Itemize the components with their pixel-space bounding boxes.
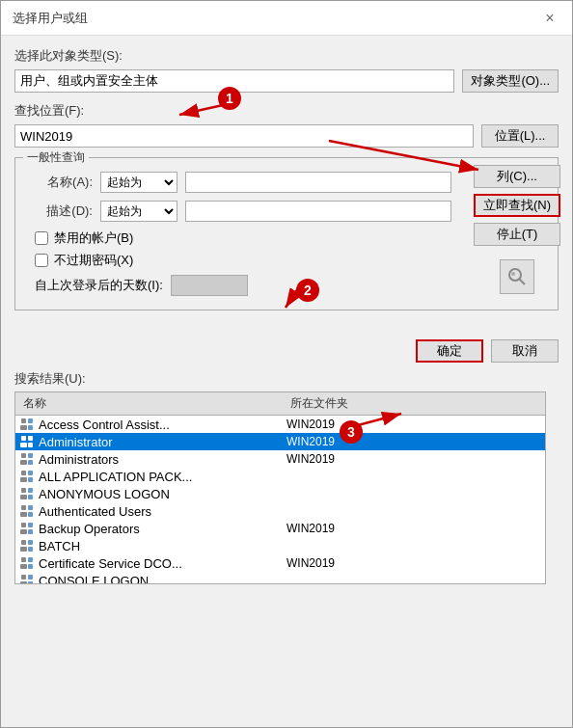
- no-expire-checkbox[interactable]: [35, 254, 48, 267]
- svg-rect-3: [21, 418, 26, 423]
- svg-point-0: [509, 269, 521, 281]
- search-now-button[interactable]: 立即查找(N): [474, 194, 560, 217]
- row-folder: WIN2019: [283, 434, 554, 449]
- row-name-with-icon: BATCH: [19, 538, 283, 553]
- stop-button[interactable]: 停止(T): [474, 223, 560, 246]
- svg-rect-9: [28, 436, 33, 441]
- svg-rect-13: [28, 453, 33, 458]
- table-row[interactable]: AdministratorWIN2019: [15, 433, 558, 450]
- group-box-title: 一般性查询: [23, 149, 89, 166]
- row-name-with-icon: Authenticated Users: [19, 503, 283, 519]
- disabled-checkbox-row: 禁用的帐户(B): [35, 229, 548, 247]
- svg-rect-5: [28, 418, 33, 423]
- bottom-buttons: 确定 取消: [1, 332, 572, 370]
- user-icon: [19, 555, 35, 571]
- location-button[interactable]: 位置(L)...: [481, 124, 559, 148]
- no-expire-label: 不过期密码(X): [54, 252, 133, 269]
- user-icon: [19, 451, 35, 467]
- desc-row: 描述(D): 起始为: [25, 201, 548, 222]
- svg-rect-18: [28, 477, 33, 482]
- row-folder: [283, 580, 554, 581]
- desc-combo-container: 起始为: [100, 201, 177, 222]
- list-button[interactable]: 列(C)...: [474, 165, 560, 188]
- svg-rect-4: [20, 425, 27, 430]
- svg-rect-38: [28, 564, 33, 569]
- table-row[interactable]: Access Control Assist...WIN2019: [15, 416, 558, 433]
- row-folder: [283, 545, 554, 547]
- svg-rect-35: [21, 557, 26, 562]
- svg-rect-7: [21, 436, 26, 441]
- row-name-with-icon: ALL APPLICATION PACK...: [19, 469, 283, 484]
- svg-rect-32: [20, 547, 27, 552]
- days-row: 自上次登录后的天数(I):: [35, 275, 548, 296]
- user-icon: [19, 417, 35, 432]
- col-folder-header: 所在文件夹: [286, 394, 554, 413]
- user-icon: [19, 469, 35, 484]
- table-row[interactable]: ALL APPLICATION PACK...: [15, 468, 558, 485]
- results-label: 搜索结果(U):: [14, 370, 559, 388]
- table-row[interactable]: CONSOLE LOGON: [15, 572, 558, 584]
- disabled-checkbox[interactable]: [35, 231, 48, 245]
- results-section: 搜索结果(U): 名称 所在文件夹 Access Control Assist.…: [14, 370, 559, 584]
- svg-rect-8: [20, 443, 27, 447]
- object-type-input[interactable]: [14, 69, 454, 93]
- desc-combo[interactable]: 起始为: [100, 201, 177, 222]
- svg-rect-31: [21, 540, 26, 545]
- close-button[interactable]: ×: [539, 8, 560, 29]
- name-row: 名称(A): 起始为: [25, 172, 548, 193]
- svg-rect-11: [21, 453, 26, 458]
- table-row[interactable]: Certificate Service DCO...WIN2019: [15, 554, 558, 572]
- right-buttons: 列(C)... 立即查找(N) 停止(T): [474, 165, 560, 294]
- location-input[interactable]: [14, 124, 474, 148]
- user-icon: [19, 503, 35, 519]
- ok-button[interactable]: 确定: [416, 339, 483, 363]
- no-expire-checkbox-row: 不过期密码(X): [35, 252, 548, 269]
- user-icon: [19, 521, 35, 536]
- svg-rect-21: [28, 488, 33, 493]
- svg-rect-19: [21, 488, 26, 493]
- svg-rect-34: [28, 547, 33, 552]
- name-combo[interactable]: 起始为: [100, 172, 177, 193]
- scrollbar[interactable]: [545, 391, 559, 584]
- disabled-label: 禁用的帐户(B): [54, 229, 133, 247]
- location-row: 位置(L)...: [14, 124, 559, 148]
- table-row[interactable]: Backup OperatorsWIN2019: [15, 520, 558, 537]
- desc-label: 描述(D):: [25, 202, 93, 220]
- days-input[interactable]: [171, 275, 248, 296]
- table-row[interactable]: ANONYMOUS LOGON: [15, 485, 558, 502]
- svg-rect-16: [20, 477, 27, 482]
- svg-rect-29: [28, 523, 33, 527]
- col-name-header: 名称: [19, 394, 286, 413]
- svg-rect-15: [21, 471, 26, 475]
- svg-rect-12: [20, 460, 27, 465]
- name-input[interactable]: [185, 172, 451, 193]
- user-icon: [19, 573, 35, 584]
- svg-rect-17: [28, 471, 33, 475]
- object-type-button[interactable]: 对象类型(O)...: [462, 69, 559, 93]
- main-dialog: 选择用户或组 × 选择此对象类型(S): 对象类型(O)... 查找位置(F):…: [0, 0, 573, 728]
- cancel-button[interactable]: 取消: [491, 339, 559, 363]
- svg-rect-37: [28, 557, 33, 562]
- desc-input[interactable]: [185, 201, 451, 222]
- table-row[interactable]: AdministratorsWIN2019: [15, 450, 558, 468]
- results-table: 名称 所在文件夹 Access Control Assist...WIN2019…: [14, 391, 559, 584]
- results-container: 名称 所在文件夹 Access Control Assist...WIN2019…: [14, 391, 559, 584]
- table-row[interactable]: Authenticated Users: [15, 502, 558, 520]
- row-folder: [283, 493, 554, 495]
- name-combo-container: 起始为: [100, 172, 177, 193]
- user-icon: [19, 538, 35, 553]
- table-row[interactable]: BATCH: [15, 537, 558, 554]
- svg-rect-40: [20, 581, 27, 584]
- row-folder: WIN2019: [283, 417, 554, 432]
- row-folder: WIN2019: [283, 521, 554, 536]
- search-icon-button[interactable]: [500, 259, 534, 294]
- row-name-with-icon: CONSOLE LOGON: [19, 573, 283, 584]
- svg-rect-20: [20, 495, 27, 499]
- results-body: Access Control Assist...WIN2019Administr…: [15, 416, 558, 584]
- row-name-with-icon: Administrator: [19, 434, 283, 449]
- row-folder: WIN2019: [283, 451, 554, 467]
- svg-rect-25: [28, 505, 33, 510]
- days-label: 自上次登录后的天数(I):: [35, 277, 163, 294]
- svg-rect-26: [28, 512, 33, 517]
- svg-rect-28: [20, 529, 27, 534]
